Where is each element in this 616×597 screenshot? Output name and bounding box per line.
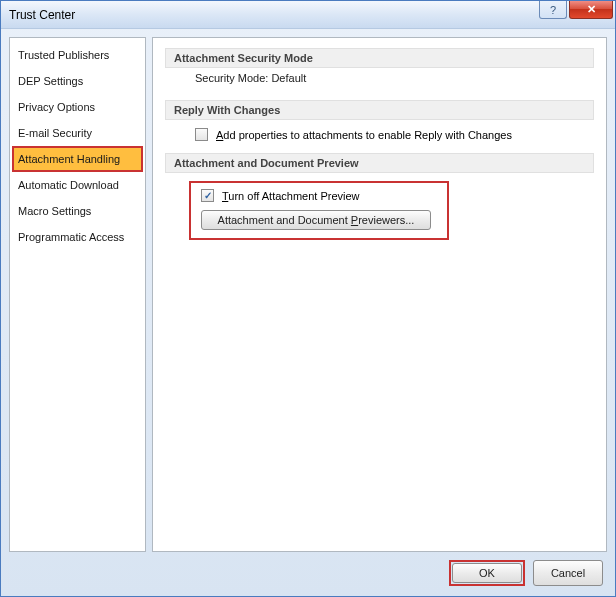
- sidebar-item-dep-settings[interactable]: DEP Settings: [12, 68, 143, 94]
- help-button[interactable]: ?: [539, 1, 567, 19]
- sidebar-item-attachment-handling[interactable]: Attachment Handling: [12, 146, 143, 172]
- sidebar-item-email-security[interactable]: E-mail Security: [12, 120, 143, 146]
- reply-changes-checkbox-row[interactable]: Add properties to attachments to enable …: [165, 128, 594, 141]
- panes: Trusted Publishers DEP Settings Privacy …: [9, 37, 607, 552]
- section-header-reply-changes: Reply With Changes: [165, 100, 594, 120]
- content-pane: Attachment Security Mode Security Mode: …: [152, 37, 607, 552]
- ok-button[interactable]: OK: [452, 563, 522, 583]
- cancel-button[interactable]: Cancel: [533, 560, 603, 586]
- sidebar: Trusted Publishers DEP Settings Privacy …: [9, 37, 146, 552]
- turn-off-preview-label: Turn off Attachment Preview: [222, 190, 360, 202]
- section-reply-changes: Reply With Changes Add properties to att…: [165, 100, 594, 141]
- sidebar-item-programmatic-access[interactable]: Programmatic Access: [12, 224, 143, 250]
- close-icon: ✕: [587, 3, 596, 16]
- window-title: Trust Center: [9, 8, 75, 22]
- security-mode-value: Security Mode: Default: [165, 68, 594, 88]
- section-preview: Attachment and Document Preview Turn off…: [165, 153, 594, 240]
- section-header-preview: Attachment and Document Preview: [165, 153, 594, 173]
- sidebar-item-privacy-options[interactable]: Privacy Options: [12, 94, 143, 120]
- titlebar: Trust Center ? ✕: [1, 1, 615, 29]
- trust-center-window: Trust Center ? ✕ Trusted Publishers DEP …: [0, 0, 616, 597]
- preview-highlight-group: Turn off Attachment Preview Attachment a…: [189, 181, 449, 240]
- sidebar-item-trusted-publishers[interactable]: Trusted Publishers: [12, 42, 143, 68]
- titlebar-buttons: ? ✕: [539, 1, 613, 19]
- body-area: Trusted Publishers DEP Settings Privacy …: [1, 29, 615, 596]
- section-header-security-mode: Attachment Security Mode: [165, 48, 594, 68]
- ok-highlight: OK: [449, 560, 525, 586]
- sidebar-item-macro-settings[interactable]: Macro Settings: [12, 198, 143, 224]
- section-security-mode: Attachment Security Mode Security Mode: …: [165, 48, 594, 88]
- sidebar-item-automatic-download[interactable]: Automatic Download: [12, 172, 143, 198]
- previewers-button[interactable]: Attachment and Document Previewers...: [201, 210, 431, 230]
- footer: OK Cancel: [9, 558, 607, 588]
- reply-changes-checkbox[interactable]: [195, 128, 208, 141]
- turn-off-preview-row[interactable]: Turn off Attachment Preview: [197, 189, 441, 202]
- close-button[interactable]: ✕: [569, 1, 613, 19]
- reply-changes-label: Add properties to attachments to enable …: [216, 129, 512, 141]
- turn-off-preview-checkbox[interactable]: [201, 189, 214, 202]
